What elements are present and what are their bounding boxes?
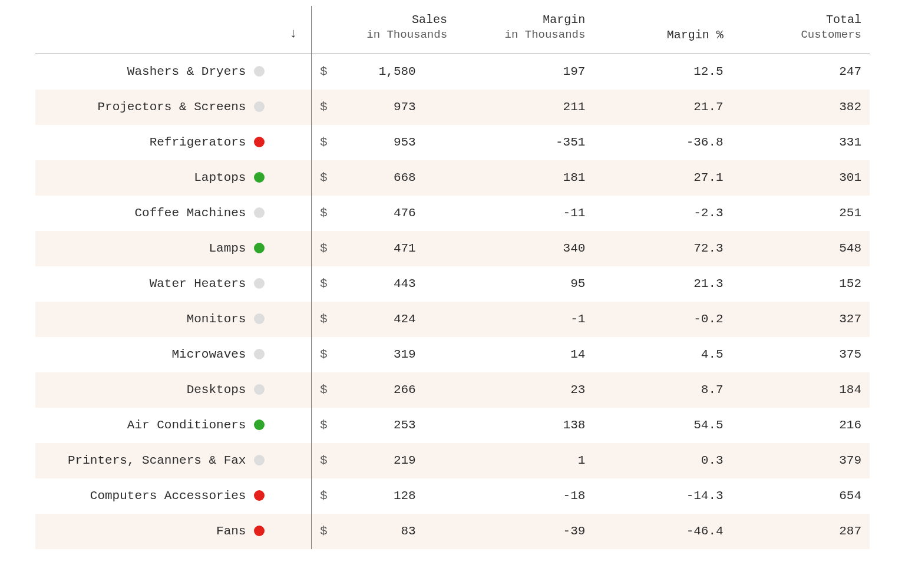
sales-value: 253 — [328, 418, 416, 432]
category-label: Water Heaters — [150, 277, 246, 290]
category-label-cell: Monitors — [35, 302, 275, 337]
table-row[interactable]: Laptops$66818127.1301 — [35, 160, 870, 196]
header-sort-indicator[interactable]: ↓ — [275, 6, 311, 54]
status-dot-icon — [254, 101, 265, 112]
table-row[interactable]: Projectors & Screens$97321121.7382 — [35, 90, 870, 125]
sales-cell: $424 — [312, 302, 455, 337]
sales-value: 973 — [328, 100, 416, 114]
table-row[interactable]: Microwaves$319144.5375 — [35, 337, 870, 372]
margin-cell: 1 — [455, 443, 593, 478]
category-label-cell: Printers, Scanners & Fax — [35, 443, 275, 478]
sales-value: 266 — [328, 383, 416, 397]
sales-cell: $319 — [312, 337, 455, 372]
category-label: Air Conditioners — [127, 418, 246, 432]
table-row[interactable]: Fans$83-39-46.4287 — [35, 514, 870, 549]
status-dot-icon — [254, 66, 265, 77]
sales-cell: $1,580 — [312, 54, 455, 90]
sales-value: 668 — [328, 171, 416, 184]
margin-pct-cell: -36.8 — [593, 125, 731, 160]
header-sales[interactable]: Sales in Thousands — [312, 6, 455, 54]
category-label: Fans — [216, 524, 246, 538]
divider-cell — [275, 514, 311, 549]
category-label: Projectors & Screens — [97, 100, 246, 114]
table-row[interactable]: Printers, Scanners & Fax$21910.3379 — [35, 443, 870, 478]
divider-cell — [275, 372, 311, 408]
category-label-cell: Water Heaters — [35, 266, 275, 302]
sales-cell: $128 — [312, 478, 455, 514]
table-row[interactable]: Monitors$424-1-0.2327 — [35, 302, 870, 337]
sales-value: 476 — [328, 206, 416, 220]
table-row[interactable]: Computers Accessories$128-18-14.3654 — [35, 478, 870, 514]
customers-cell: 548 — [732, 231, 870, 266]
currency-symbol: $ — [320, 524, 328, 538]
table-row[interactable]: Air Conditioners$25313854.5216 — [35, 408, 870, 443]
status-dot-icon — [254, 172, 265, 183]
sales-value: 128 — [328, 489, 416, 503]
margin-cell: 95 — [455, 266, 593, 302]
category-label-cell: Coffee Machines — [35, 196, 275, 231]
margin-cell: 197 — [455, 54, 593, 90]
header-margin[interactable]: Margin in Thousands — [455, 6, 593, 54]
status-dot-icon — [254, 278, 265, 289]
sales-value: 424 — [328, 312, 416, 326]
divider-cell — [275, 231, 311, 266]
divider-cell — [275, 478, 311, 514]
sales-cell: $953 — [312, 125, 455, 160]
table-row[interactable]: Washers & Dryers$1,58019712.5247 — [35, 54, 870, 90]
sales-cell: $443 — [312, 266, 455, 302]
currency-symbol: $ — [320, 489, 328, 503]
divider-cell — [275, 337, 311, 372]
divider-cell — [275, 302, 311, 337]
status-dot-icon — [254, 349, 265, 359]
sales-cell: $83 — [312, 514, 455, 549]
margin-cell: -11 — [455, 196, 593, 231]
table-row[interactable]: Coffee Machines$476-11-2.3251 — [35, 196, 870, 231]
status-dot-icon — [254, 455, 265, 465]
header-total-customers[interactable]: Total Customers — [732, 6, 870, 54]
margin-cell: 181 — [455, 160, 593, 196]
currency-symbol: $ — [320, 100, 328, 114]
currency-symbol: $ — [320, 242, 328, 255]
divider-cell — [275, 196, 311, 231]
sales-cell: $253 — [312, 408, 455, 443]
header-category[interactable] — [35, 6, 275, 54]
category-label: Coffee Machines — [134, 206, 246, 220]
divider-cell — [275, 443, 311, 478]
margin-pct-cell: 21.3 — [593, 266, 731, 302]
sales-value: 443 — [328, 277, 416, 290]
customers-cell: 327 — [732, 302, 870, 337]
margin-cell: -1 — [455, 302, 593, 337]
margin-cell: 23 — [455, 372, 593, 408]
customers-cell: 247 — [732, 54, 870, 90]
category-label-cell: Microwaves — [35, 337, 275, 372]
sales-cell: $476 — [312, 196, 455, 231]
table-row[interactable]: Desktops$266238.7184 — [35, 372, 870, 408]
header-margin-pct[interactable]: Margin % — [593, 6, 731, 54]
category-performance-table: ↓ Sales in Thousands Margin in Thousands… — [35, 6, 870, 549]
table-row[interactable]: Refrigerators$953-351-36.8331 — [35, 125, 870, 160]
margin-pct-cell: -14.3 — [593, 478, 731, 514]
status-dot-icon — [254, 313, 265, 324]
customers-cell: 654 — [732, 478, 870, 514]
category-label-cell: Fans — [35, 514, 275, 549]
customers-cell: 184 — [732, 372, 870, 408]
divider-cell — [275, 266, 311, 302]
margin-cell: -39 — [455, 514, 593, 549]
divider-cell — [275, 90, 311, 125]
margin-cell: 138 — [455, 408, 593, 443]
table-row[interactable]: Lamps$47134072.3548 — [35, 231, 870, 266]
sales-value: 953 — [328, 136, 416, 149]
divider-cell — [275, 160, 311, 196]
margin-pct-cell: 4.5 — [593, 337, 731, 372]
margin-cell: 340 — [455, 231, 593, 266]
sales-cell: $219 — [312, 443, 455, 478]
divider-cell — [275, 408, 311, 443]
sort-arrow-icon: ↓ — [289, 27, 297, 41]
currency-symbol: $ — [320, 136, 328, 149]
margin-pct-cell: -46.4 — [593, 514, 731, 549]
customers-cell: 331 — [732, 125, 870, 160]
margin-pct-cell: 72.3 — [593, 231, 731, 266]
currency-symbol: $ — [320, 418, 328, 432]
currency-symbol: $ — [320, 206, 328, 220]
table-row[interactable]: Water Heaters$4439521.3152 — [35, 266, 870, 302]
